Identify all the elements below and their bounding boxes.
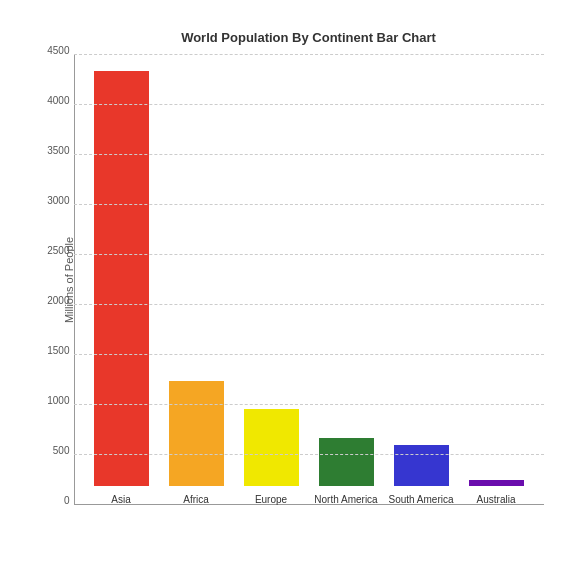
- chart-container: World Population By Continent Bar Chart …: [14, 10, 554, 570]
- y-tick-label: 4000: [32, 94, 70, 105]
- grid-line: [74, 404, 544, 405]
- y-tick-label: 1500: [32, 344, 70, 355]
- bar-label: Africa: [183, 494, 209, 505]
- bar: [469, 480, 524, 486]
- grid-line: [74, 54, 544, 55]
- bar-label: Australia: [477, 494, 516, 505]
- y-tick-label: 3000: [32, 194, 70, 205]
- chart-title: World Population By Continent Bar Chart: [74, 30, 544, 45]
- grid-line: [74, 204, 544, 205]
- y-tick-label: 2500: [32, 244, 70, 255]
- y-tick-label: 1000: [32, 394, 70, 405]
- bar-label: North America: [314, 494, 377, 505]
- bar-label: Europe: [255, 494, 287, 505]
- y-tick-label-zero: 0: [32, 494, 70, 505]
- grid-line: [74, 354, 544, 355]
- grid-and-bars: AsiaAfricaEuropeNorth AmericaSouth Ameri…: [74, 55, 544, 505]
- bar: [319, 438, 374, 486]
- bar: [244, 409, 299, 486]
- bar-group: North America: [309, 438, 384, 505]
- bar-label: Asia: [111, 494, 130, 505]
- grid-line: [74, 454, 544, 455]
- y-tick-label: 2000: [32, 294, 70, 305]
- grid-line: [74, 154, 544, 155]
- bar-group: Australia: [459, 480, 534, 505]
- y-tick-label: 500: [32, 444, 70, 455]
- bar: [394, 445, 449, 486]
- bar: [94, 71, 149, 486]
- bar-group: Africa: [159, 381, 234, 505]
- bar-group: Asia: [84, 71, 159, 505]
- bars-wrapper: AsiaAfricaEuropeNorth AmericaSouth Ameri…: [74, 55, 544, 505]
- chart-area: Millions of People AsiaAfricaEuropeNorth…: [74, 55, 544, 505]
- grid-line: [74, 254, 544, 255]
- grid-line: [74, 104, 544, 105]
- y-tick-label: 3500: [32, 144, 70, 155]
- bar: [169, 381, 224, 486]
- y-tick-label: 4500: [32, 44, 70, 55]
- bar-group: Europe: [234, 409, 309, 505]
- grid-line: [74, 304, 544, 305]
- bar-label: South America: [388, 494, 453, 505]
